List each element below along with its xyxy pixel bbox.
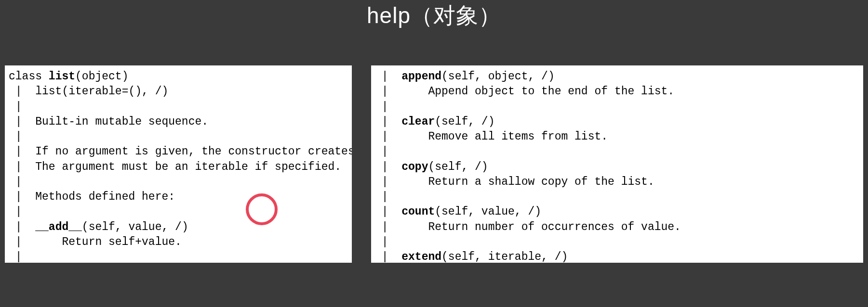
code-line: | (375, 161, 401, 173)
code-line: | Return a shallow copy of the list. (375, 176, 654, 188)
code-line: | (375, 251, 401, 263)
code-line: | (375, 70, 401, 83)
code-method: count (401, 205, 435, 218)
code-line: | (375, 101, 388, 113)
code-line: | (375, 191, 388, 203)
code-line: | Append object to the end of the list. (375, 85, 674, 98)
slide-title: help（对象） (0, 0, 868, 31)
code-line: | (375, 115, 401, 128)
code-line: | Remove all items from list. (375, 130, 608, 143)
code-line: | (375, 145, 388, 158)
code-line: | Return number of occurrences of value. (375, 221, 681, 233)
code-line: (self, iterable, /) (441, 251, 568, 263)
code-line: (self, value, /) (82, 221, 188, 233)
code-line: | (9, 101, 22, 113)
code-line: (self, object, /) (441, 70, 555, 83)
code-line: | (9, 205, 22, 218)
code-keyword: list (49, 70, 75, 83)
code-line: | (9, 130, 22, 143)
code-method: __add__ (35, 221, 82, 233)
code-line: | (9, 251, 22, 263)
code-method: copy (401, 161, 428, 173)
help-output-right: | append(self, object, /) | Append objec… (371, 65, 863, 263)
code-line: | Built-in mutable sequence. (9, 115, 208, 128)
code-line: | The argument must be an iterable if sp… (9, 161, 341, 173)
code-method: append (401, 70, 441, 83)
code-method: clear (401, 115, 435, 128)
code-line: class (9, 70, 49, 83)
code-line: | (9, 176, 22, 188)
code-line: | (9, 221, 35, 233)
code-line: | Return self+value. (9, 236, 182, 248)
code-line: (self, /) (435, 115, 494, 128)
code-line: | (375, 205, 401, 218)
code-line: | If no argument is given, the construct… (9, 145, 352, 158)
code-line: (object) (75, 70, 128, 83)
code-line: (self, value, /) (435, 205, 541, 218)
panels-container: class list(object) | list(iterable=(), /… (0, 65, 868, 263)
code-method: extend (401, 251, 441, 263)
code-line: | Methods defined here: (9, 191, 175, 203)
code-line: | (375, 236, 388, 248)
help-output-left: class list(object) | list(iterable=(), /… (5, 65, 352, 263)
code-line: (self, /) (428, 161, 488, 173)
code-line: | list(iterable=(), /) (9, 85, 168, 98)
